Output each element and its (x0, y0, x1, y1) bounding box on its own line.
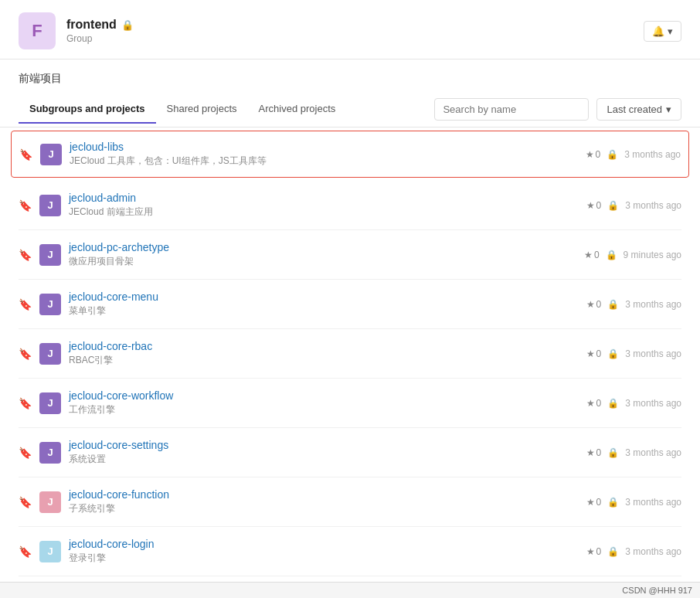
group-header: F frontend 🔒 Group 🔔 ▾ (0, 0, 700, 59)
star-count: ★ 0 (586, 200, 602, 211)
project-desc: 子系统引擎 (69, 502, 579, 515)
project-time: 3 months ago (625, 447, 681, 458)
star-icon: ★ (586, 398, 595, 409)
lock-icon: 🔒 (607, 546, 619, 557)
star-count: ★ 0 (586, 149, 601, 160)
project-avatar: J (40, 144, 62, 165)
project-details: jecloud-core-menu 菜单引擎 (69, 291, 579, 318)
project-time: 3 months ago (625, 299, 681, 310)
project-name[interactable]: jecloud-admin (69, 192, 579, 204)
bookmark-icon[interactable]: 🔖 (19, 447, 32, 459)
project-meta: ★ 0 🔒 3 months ago (586, 546, 681, 557)
project-name[interactable]: jecloud-core-settings (69, 439, 579, 451)
project-time: 9 minutes ago (624, 250, 681, 260)
project-meta: ★ 0 🔒 3 months ago (586, 497, 681, 508)
project-details: jecloud-admin JECloud 前端主应用 (69, 192, 579, 219)
project-item: 🔖 J jecloud-core-function 子系统引擎 ★ 0 🔒 3 … (19, 477, 681, 527)
header-actions: 🔔 ▾ (644, 21, 681, 42)
project-time: 3 months ago (625, 348, 681, 359)
project-name[interactable]: jecloud-libs (70, 141, 578, 153)
project-desc: 登录引擎 (69, 552, 579, 565)
project-avatar: J (39, 294, 61, 315)
project-time: 3 months ago (625, 546, 681, 557)
bookmark-icon[interactable]: 🔖 (19, 496, 32, 508)
project-avatar: J (39, 244, 61, 266)
group-info: F frontend 🔒 Group (19, 12, 134, 49)
lock-icon: 🔒 (607, 447, 619, 458)
project-time: 3 months ago (624, 149, 681, 160)
project-meta: ★ 0 🔒 9 minutes ago (584, 250, 681, 260)
project-name[interactable]: jecloud-core-workflow (69, 389, 579, 402)
star-icon: ★ (586, 149, 594, 160)
tab-archived-projects[interactable]: Archived projects (248, 95, 347, 124)
star-count: ★ 0 (586, 447, 602, 458)
project-details: jecloud-pc-archetype 微应用项目骨架 (69, 241, 576, 268)
tab-shared-projects[interactable]: Shared projects (156, 95, 248, 124)
bookmark-icon[interactable]: 🔖 (19, 249, 32, 261)
project-meta: ★ 0 🔒 3 months ago (586, 447, 681, 458)
star-number: 0 (596, 546, 602, 557)
star-count: ★ 0 (584, 250, 600, 260)
bookmark-icon[interactable]: 🔖 (19, 545, 32, 558)
project-item: 🔖 J jecloud-core-workflow 工作流引擎 ★ 0 🔒 3 … (19, 379, 681, 428)
group-type: Group (66, 33, 134, 44)
star-number: 0 (596, 398, 602, 409)
star-number: 0 (596, 299, 602, 310)
bookmark-icon[interactable]: 🔖 (19, 298, 32, 311)
lock-icon: 🔒 (607, 200, 619, 211)
star-number: 0 (596, 200, 602, 211)
group-avatar: F (19, 12, 56, 49)
star-icon: ★ (586, 299, 595, 310)
bookmark-icon[interactable]: 🔖 (19, 148, 32, 161)
project-desc: 工作流引擎 (69, 403, 579, 416)
project-item: 🔖 J jecloud-core-menu 菜单引擎 ★ 0 🔒 3 month… (19, 280, 681, 329)
project-item: 🔖 J jecloud-libs JECloud 工具库，包含：UI组件库，JS… (11, 131, 689, 178)
star-count: ★ 0 (586, 348, 602, 359)
project-avatar: J (39, 491, 61, 513)
star-count: ★ 0 (586, 398, 602, 409)
project-avatar: J (39, 442, 61, 464)
star-icon: ★ (586, 200, 595, 211)
project-name[interactable]: jecloud-core-function (69, 488, 579, 501)
project-avatar: J (39, 541, 61, 562)
sort-button[interactable]: Last created ▾ (596, 98, 681, 121)
project-list: 🔖 J jecloud-libs JECloud 工具库，包含：UI组件库，JS… (0, 131, 700, 598)
star-number: 0 (596, 348, 602, 359)
notifications-button[interactable]: 🔔 ▾ (644, 21, 681, 42)
search-input[interactable] (434, 98, 589, 121)
star-number: 0 (594, 250, 600, 260)
star-icon: ★ (586, 447, 595, 458)
project-time: 3 months ago (625, 497, 681, 508)
bookmark-icon[interactable]: 🔖 (19, 199, 32, 212)
project-desc: 菜单引擎 (69, 304, 579, 318)
project-details: jecloud-core-settings 系统设置 (69, 439, 579, 466)
project-desc: JECloud 工具库，包含：UI组件库，JS工具库等 (70, 155, 578, 168)
lock-icon: 🔒 (606, 250, 617, 260)
project-details: jecloud-core-login 登录引擎 (69, 538, 579, 565)
project-name[interactable]: jecloud-core-rbac (69, 340, 579, 352)
tabs: Subgroups and projectsShared projectsArc… (19, 95, 346, 124)
project-details: jecloud-libs JECloud 工具库，包含：UI组件库，JS工具库等 (70, 141, 578, 168)
project-item: 🔖 J jecloud-pc-archetype 微应用项目骨架 ★ 0 🔒 9… (19, 230, 681, 280)
project-desc: RBAC引擎 (69, 354, 579, 367)
star-icon: ★ (586, 546, 595, 557)
group-name: frontend 🔒 (66, 18, 134, 32)
filters: Last created ▾ (434, 92, 681, 127)
star-icon: ★ (586, 348, 595, 359)
controls-row: Subgroups and projectsShared projectsArc… (0, 92, 700, 127)
star-count: ★ 0 (586, 299, 602, 310)
star-count: ★ 0 (586, 497, 602, 508)
page-subtitle: 前端项目 (0, 59, 700, 92)
project-avatar: J (39, 195, 61, 216)
tab-subgroups-and-projects[interactable]: Subgroups and projects (19, 95, 156, 124)
bookmark-icon[interactable]: 🔖 (19, 348, 32, 360)
project-details: jecloud-core-function 子系统引擎 (69, 488, 579, 515)
bookmark-icon[interactable]: 🔖 (19, 397, 32, 409)
project-meta: ★ 0 🔒 3 months ago (586, 398, 681, 409)
star-icon: ★ (586, 497, 595, 508)
project-name[interactable]: jecloud-core-menu (69, 291, 579, 303)
project-name[interactable]: jecloud-core-login (69, 538, 579, 550)
star-icon: ★ (584, 250, 593, 260)
lock-icon: 🔒 (607, 299, 619, 310)
project-name[interactable]: jecloud-pc-archetype (69, 241, 576, 253)
